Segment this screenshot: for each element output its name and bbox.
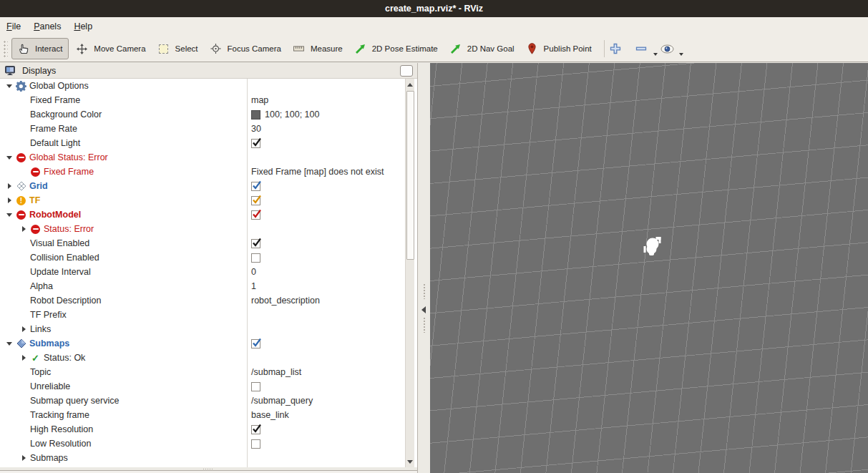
ruler-icon [293, 43, 304, 54]
tree-row[interactable]: !TF [0, 193, 417, 208]
2d-nav-goal-button[interactable]: 2D Nav Goal [446, 38, 519, 59]
tree-row[interactable]: Unreliable [0, 379, 417, 394]
dropdown-caret-icon[interactable] [653, 53, 658, 56]
property-value[interactable]: /submap_list [251, 367, 301, 377]
2d-pose-estimate-button[interactable]: 2D Pose Estimate [351, 38, 442, 59]
lower-panel-edge [0, 470, 417, 473]
tree-row[interactable]: Default Light [0, 136, 417, 150]
publish-point-button[interactable]: Publish Point [522, 38, 596, 59]
expand-down-icon[interactable] [3, 342, 16, 346]
scrollbar-up-arrow[interactable] [406, 79, 414, 89]
tree-row-label: Update Interval [30, 267, 91, 277]
checkbox[interactable] [251, 139, 260, 148]
tree-row-label: Visual Enabled [30, 238, 89, 248]
tree-row[interactable]: Visual Enabled [0, 236, 417, 250]
expand-right-icon[interactable] [17, 226, 30, 232]
tree-row[interactable]: Submap query service/submap_query [0, 394, 417, 408]
tree-row-label: Status: Ok [44, 353, 85, 363]
expand-right-icon[interactable] [17, 355, 30, 361]
interact-button[interactable]: Interact [11, 38, 69, 59]
checkbox[interactable] [251, 196, 260, 205]
tree-row[interactable]: Submaps [0, 451, 417, 465]
property-value[interactable]: 30 [251, 124, 261, 134]
select-button[interactable]: Select [154, 38, 203, 59]
checkbox[interactable] [251, 253, 260, 263]
checkbox[interactable] [251, 339, 260, 348]
scrollbar-thumb[interactable] [406, 91, 414, 260]
tree-row[interactable]: TF Prefix [0, 308, 417, 322]
scrollbar-down-arrow[interactable] [406, 457, 414, 467]
expand-down-icon[interactable] [3, 156, 16, 160]
tree-row[interactable]: Background Color100; 100; 100 [0, 107, 417, 122]
window-titlebar[interactable]: create_map.rviz* - RViz [0, 0, 868, 17]
submaps-display-icon [16, 338, 26, 349]
toolbar-button-label: Publish Point [544, 44, 592, 53]
tree-row[interactable]: High Resolution [0, 422, 417, 437]
tree-row-label: TF Prefix [30, 310, 67, 320]
move-camera-button[interactable]: Move Camera [72, 38, 150, 59]
dropdown-caret-icon[interactable] [679, 53, 683, 56]
tree-row[interactable]: Global Options [0, 79, 417, 93]
tree-row[interactable]: Topic/submap_list [0, 365, 417, 379]
property-value[interactable]: map [251, 95, 268, 105]
remove-tool-button[interactable] [635, 43, 651, 54]
tree-row[interactable]: Status: Error [0, 222, 417, 236]
expand-down-icon[interactable] [3, 213, 16, 217]
tree-row[interactable]: Robot Descriptionrobot_description [0, 293, 417, 308]
tree-row[interactable]: Alpha1 [0, 279, 417, 293]
toolbar-drag-handle[interactable] [3, 40, 8, 57]
tree-row[interactable]: RobotModel [0, 208, 417, 222]
tree-row[interactable]: Global Status: Error [0, 150, 417, 165]
property-value[interactable]: /submap_query [251, 396, 313, 406]
tree-row[interactable]: Fixed Framemap [0, 93, 417, 107]
menu-bar: FilePanelsHelp [0, 17, 868, 36]
tree-row[interactable]: Grid [0, 179, 417, 193]
tree-row[interactable]: ✓Status: Ok [0, 351, 417, 365]
vertical-splitter[interactable] [419, 63, 430, 473]
property-value[interactable]: base_link [251, 410, 289, 420]
tree-row[interactable]: Links [0, 322, 417, 336]
tree-row[interactable]: Collision Enabled [0, 250, 417, 265]
focus-camera-button[interactable]: Focus Camera [206, 38, 286, 59]
menu-file[interactable]: File [0, 19, 27, 34]
toolbar-button-label: Select [175, 44, 198, 53]
menu-help[interactable]: Help [67, 19, 99, 34]
tree-row-label: Robot Description [30, 296, 101, 306]
tree-row[interactable]: Frame Rate30 [0, 122, 417, 136]
toolbar-button-label: Move Camera [94, 44, 145, 53]
expand-right-icon[interactable] [17, 455, 30, 461]
checkbox[interactable] [251, 182, 260, 191]
property-value[interactable]: 100; 100; 100 [265, 109, 319, 120]
displays-panel-header[interactable]: Displays [0, 63, 417, 79]
checkbox[interactable] [251, 239, 260, 248]
color-swatch[interactable] [251, 110, 260, 120]
error-status-icon [16, 209, 26, 220]
tree-row[interactable]: Low Resolution [0, 437, 417, 451]
expand-right-icon[interactable] [3, 198, 16, 203]
panel-float-button[interactable] [400, 65, 413, 77]
checkbox[interactable] [251, 382, 260, 391]
menu-panels[interactable]: Panels [27, 19, 67, 34]
tree-row[interactable]: Submaps [0, 336, 417, 351]
measure-button[interactable]: Measure [289, 38, 347, 59]
expand-right-icon[interactable] [3, 183, 16, 189]
add-tool-button[interactable] [609, 43, 625, 54]
3d-viewport[interactable] [430, 63, 868, 473]
checkbox[interactable] [251, 439, 260, 449]
splitter-collapse-icon[interactable] [421, 306, 426, 313]
tree-row[interactable]: Update Interval0 [0, 265, 417, 279]
property-value[interactable]: 0 [251, 267, 256, 277]
tree-row-label: RobotModel [29, 210, 81, 220]
checkbox[interactable] [251, 210, 260, 220]
checkbox[interactable] [251, 425, 260, 434]
property-value[interactable]: robot_description [251, 296, 320, 306]
tree-row[interactable]: Fixed FrameFixed Frame [map] does not ex… [0, 165, 417, 179]
tree-row[interactable]: Tracking framebase_link [0, 408, 417, 422]
property-value[interactable]: 1 [251, 281, 256, 291]
camera-tool-button[interactable] [660, 43, 677, 54]
expand-right-icon[interactable] [17, 326, 30, 332]
expand-down-icon[interactable] [3, 84, 16, 88]
tree-row-label: Unreliable [30, 381, 70, 391]
property-value[interactable]: Fixed Frame [map] does not exist [251, 167, 384, 177]
displays-panel-title: Displays [22, 66, 56, 76]
